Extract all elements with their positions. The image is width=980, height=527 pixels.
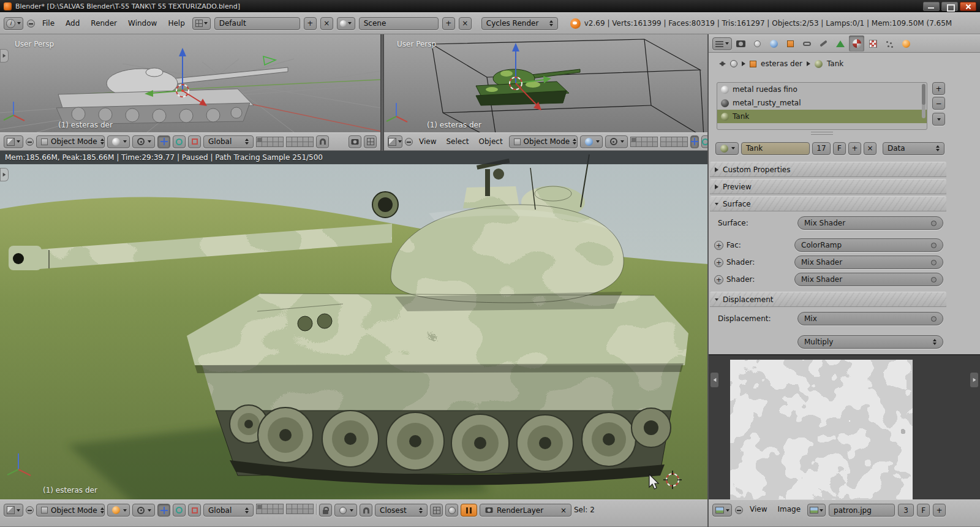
scene-browse-button[interactable] [337, 17, 355, 30]
render-pause-button[interactable] [461, 504, 477, 517]
mode-select[interactable]: Object Mode [36, 504, 105, 517]
mode-select[interactable]: Object Mode [36, 135, 105, 148]
scene-name-field[interactable]: Scene [359, 17, 439, 30]
material-slot[interactable]: metal_rusty_metal [717, 96, 927, 110]
displacement-field[interactable]: Mix [797, 312, 943, 325]
breadcrumb-material[interactable]: Tank [827, 59, 843, 68]
opengl-anim-button[interactable] [364, 135, 377, 148]
pin-icon[interactable] [27, 20, 35, 28]
mode-select[interactable]: Object Mode [509, 135, 578, 148]
tab-texture[interactable] [865, 36, 881, 51]
panel-custom-properties[interactable]: Custom Properties [710, 162, 946, 177]
layers-widget-a[interactable] [256, 504, 284, 514]
menu-select[interactable]: Select [442, 136, 472, 147]
scene-add-button[interactable]: + [442, 17, 455, 30]
fake-user-button[interactable]: F [833, 142, 846, 155]
tab-object[interactable] [783, 36, 798, 51]
layout-browse-button[interactable] [192, 17, 211, 30]
slot-specials-button[interactable] [932, 113, 945, 126]
proportional-edit-select[interactable] [334, 504, 357, 517]
manipulator-translate-button[interactable] [157, 135, 170, 148]
pivot-point-select[interactable] [605, 135, 628, 148]
menu-view[interactable]: View [415, 136, 440, 147]
material-new-button[interactable]: + [848, 142, 861, 155]
close-button[interactable] [960, 2, 976, 11]
editor-type-button-properties[interactable] [712, 37, 732, 50]
editor-type-button-info[interactable] [4, 17, 23, 30]
viewport-3d-render[interactable]: Mem:185.66M, Peak:185.66M | Time:29:39.7… [0, 151, 709, 499]
menu-view[interactable]: View [746, 504, 771, 515]
pivot-point-select[interactable] [132, 135, 155, 148]
region-scroll-left-button[interactable] [710, 373, 718, 387]
tab-world[interactable] [766, 36, 782, 51]
viewport-shading-select[interactable] [107, 135, 130, 148]
tab-object-data[interactable] [832, 36, 848, 51]
menu-object[interactable]: Object [475, 136, 507, 147]
viewport-3d-left[interactable]: User Persp (1) esteras der [0, 34, 380, 132]
snap-align-button[interactable] [445, 504, 458, 517]
scene-delete-button[interactable]: × [459, 17, 472, 30]
material-slot[interactable]: metal ruedas fino [717, 83, 927, 96]
fac-field[interactable]: ColorRamp [794, 238, 943, 252]
shader-field[interactable]: Mix Shader [794, 256, 943, 269]
slot-list-scrollbar[interactable] [922, 84, 925, 118]
editor-type-button-3dview[interactable] [388, 135, 402, 148]
tab-constraints[interactable] [799, 36, 815, 51]
material-slot-selected[interactable]: Tank [717, 110, 927, 123]
image-editor[interactable] [709, 354, 980, 499]
image-new-button[interactable]: + [933, 504, 946, 517]
editor-type-button-3dview[interactable] [4, 504, 23, 517]
viewport-3d-middle[interactable]: User Persp (1) esteras der [384, 34, 709, 132]
list-resize-grip[interactable] [811, 132, 833, 135]
orientation-select[interactable]: Global [203, 504, 254, 517]
snap-toggle-button[interactable] [360, 504, 372, 517]
snap-element-button[interactable] [430, 504, 443, 517]
layout-name-field[interactable]: Default [214, 17, 300, 30]
pivot-point-select[interactable] [132, 504, 155, 517]
menu-file[interactable]: File [39, 18, 58, 29]
pin-icon[interactable] [26, 138, 34, 146]
blend-mode-select[interactable]: Multiply [797, 335, 943, 349]
expand-icon[interactable]: + [714, 241, 723, 250]
panel-displacement[interactable]: Displacement [710, 292, 946, 307]
region-scroll-right-button[interactable] [970, 373, 978, 387]
minimize-button[interactable] [923, 2, 940, 11]
menu-render[interactable]: Render [87, 18, 121, 29]
viewport-shading-select[interactable] [580, 135, 603, 148]
slot-remove-button[interactable]: − [932, 97, 945, 110]
maximize-button[interactable] [941, 2, 958, 11]
material-browse-button[interactable] [715, 142, 739, 155]
layers-widget-a[interactable] [630, 137, 658, 147]
material-unlink-button[interactable]: × [864, 142, 876, 155]
slot-add-button[interactable]: + [932, 82, 945, 95]
manipulator-rotate-button[interactable] [173, 504, 186, 517]
render-layer-close[interactable]: × [560, 506, 567, 515]
menu-window[interactable]: Window [124, 18, 160, 29]
tab-physics[interactable] [899, 36, 914, 51]
tab-particles[interactable] [882, 36, 897, 51]
manipulator-scale-button[interactable] [188, 504, 201, 517]
pin-icon[interactable] [735, 506, 743, 514]
menu-help[interactable]: Help [164, 18, 188, 29]
breadcrumb-object[interactable]: esteras der [761, 59, 802, 68]
lock-to-scene-button[interactable] [319, 504, 332, 517]
opengl-render-button[interactable] [349, 135, 361, 148]
menu-add[interactable]: Add [62, 18, 83, 29]
manipulator-rotate-button[interactable] [173, 135, 186, 148]
render-engine-select[interactable]: Cycles Render [481, 17, 558, 30]
material-users-button[interactable]: 17 [812, 142, 831, 155]
image-browse-button[interactable] [807, 504, 826, 517]
layers-widget-b[interactable] [660, 137, 688, 147]
render-layer-select[interactable]: RenderLayer × [480, 504, 571, 517]
surface-shader-field[interactable]: Mix Shader [797, 216, 943, 230]
layers-widget-a[interactable] [256, 137, 284, 147]
image-users-button[interactable]: 3 [898, 504, 914, 517]
material-link-select[interactable]: Data [883, 142, 944, 155]
tab-scene[interactable] [750, 36, 765, 51]
menu-image[interactable]: Image [774, 504, 804, 515]
panel-preview[interactable]: Preview [710, 179, 946, 194]
shader-field[interactable]: Mix Shader [794, 273, 943, 286]
manipulator-translate-button[interactable] [157, 504, 170, 517]
expand-icon[interactable]: + [714, 258, 723, 267]
image-name-field[interactable]: patron.jpg [829, 504, 895, 517]
